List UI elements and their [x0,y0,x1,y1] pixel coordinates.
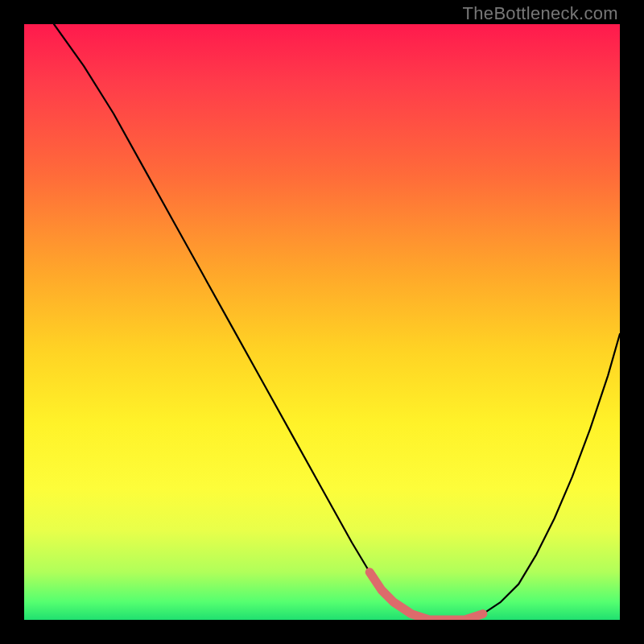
watermark-text: TheBottleneck.com [463,3,618,24]
chart-container: TheBottleneck.com [0,0,644,644]
plot-area [24,24,620,620]
chart-svg [24,24,620,620]
bottleneck-curve [54,24,620,620]
optimal-range-marker [369,572,483,620]
